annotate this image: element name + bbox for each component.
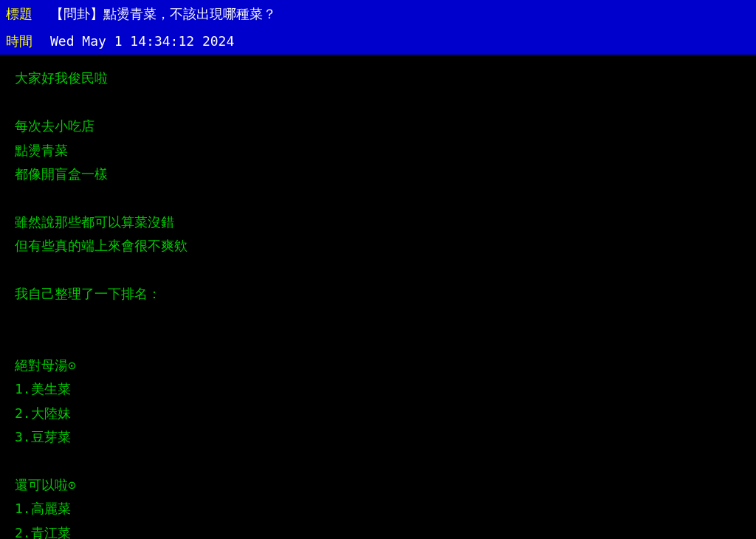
post-content: 大家好我俊民啦 每次去小吃店 點燙青菜 都像開盲盒一樣 雖然說那些都可以算菜沒錯…: [0, 55, 756, 539]
blank-line-2: [15, 186, 741, 210]
post-title: 【問卦】點燙青菜，不該出現哪種菜？: [44, 0, 756, 27]
content-line-16: 3.豆芽菜: [15, 425, 741, 449]
blank-line-3: [15, 258, 741, 282]
blank-line-5: [15, 330, 741, 354]
content-line-14: 1.美生菜: [15, 377, 741, 401]
blank-line-6: [15, 450, 741, 473]
content-line-4: 點燙青菜: [15, 139, 741, 162]
content-line-8: 但有些真的端上來會很不爽欸: [15, 234, 741, 258]
content-line-3: 每次去小吃店: [15, 114, 741, 138]
content-line-20: 2.青江菜: [15, 521, 741, 539]
content-line-10: 我自己整理了一下排名：: [15, 282, 741, 306]
post-datetime: Wed May 1 14:34:12 2024: [44, 27, 756, 55]
content-line-5: 都像開盲盒一樣: [15, 162, 741, 186]
content-line-18: 還可以啦⊙: [15, 473, 741, 497]
content-line-13: 絕對母湯⊙: [15, 354, 741, 377]
content-line-7: 雖然說那些都可以算菜沒錯: [15, 210, 741, 234]
title-label: 標題: [0, 0, 44, 27]
time-label: 時間: [0, 27, 44, 55]
content-line-19: 1.高麗菜: [15, 497, 741, 521]
content-line-15: 2.大陸妹: [15, 402, 741, 425]
blank-line-4: [15, 306, 741, 329]
content-line-1: 大家好我俊民啦: [15, 66, 741, 90]
blank-line-1: [15, 91, 741, 114]
header-section: 標題 【問卦】點燙青菜，不該出現哪種菜？ 時間 Wed May 1 14:34:…: [0, 0, 756, 55]
